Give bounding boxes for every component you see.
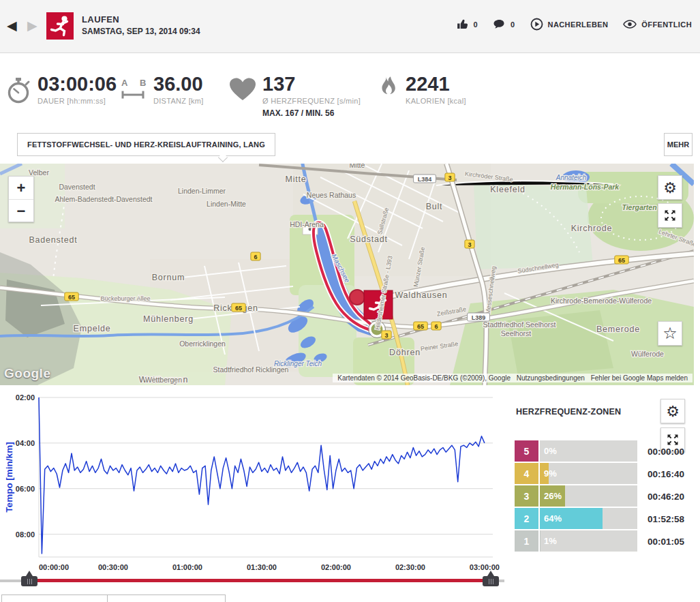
zone-percent-label: 1% — [544, 536, 557, 546]
activity-header: ◀ ▶ LAUFEN SAMSTAG, SEP 13, 2014 09:34 — [0, 0, 700, 53]
map-canvas[interactable]: VelberDavenstedtAhlem-Badenstedt-Davenst… — [0, 164, 694, 385]
activity-datetime: SAMSTAG, SEP 13, 2014 09:34 — [82, 27, 200, 36]
road-badge-label: 6 — [434, 323, 438, 330]
comments-button[interactable]: 0 — [493, 18, 515, 30]
road-badge-label: 65 — [618, 257, 625, 264]
map-settings-button[interactable]: ⚙ — [658, 175, 682, 200]
bottom-tab-2[interactable] — [107, 595, 226, 602]
gear-icon: ⚙ — [663, 179, 677, 196]
thumbs-up-icon — [456, 18, 469, 31]
map-label: Annateich — [556, 174, 587, 181]
map-label: Linden-Mitte — [207, 200, 246, 208]
chart-y-tick-label: 04:00 — [16, 439, 35, 447]
map-label: Linden-Limmer — [178, 187, 226, 195]
chart-y-tick-label: 06:00 — [16, 485, 35, 493]
zone-number: 2 — [515, 508, 538, 529]
zone-time: 00:46:20 — [648, 485, 684, 508]
next-activity-button[interactable]: ▶ — [27, 18, 37, 34]
map-label: Mitte — [350, 164, 365, 169]
map-label: Oberricklingen — [179, 340, 226, 348]
road-badge-label: 65 — [417, 323, 424, 330]
map-label: Neues Rathaus — [307, 191, 356, 199]
zones-settings-button[interactable]: ⚙ — [660, 399, 685, 423]
running-sport-icon — [46, 12, 74, 40]
zone-bar-track: 0% — [538, 440, 637, 462]
zone-bar-track: 64% — [538, 508, 637, 529]
header-actions: 0 0 NACHERLEBEN ÖFFENTLIC — [456, 18, 692, 31]
pace-chart[interactable]: Tempo [min/km] 02:0004:0006:0008:0000:00… — [0, 385, 508, 573]
zone-time: 00:00:00 — [648, 440, 684, 463]
road-badge-label: 65 — [68, 294, 75, 301]
zone-bar — [540, 530, 541, 552]
road-badge-label: 3 — [448, 175, 451, 181]
zone-bar-track: 9% — [538, 463, 637, 484]
map-label: Hermann-Löns-Park — [551, 183, 620, 191]
heartrate-value: 137 — [262, 74, 361, 94]
zone-rows: 50%49%326%264%11% — [515, 440, 637, 553]
map-favorite-button[interactable]: ☆ — [658, 321, 682, 346]
road-badge-label: 3 — [384, 332, 388, 339]
play-icon — [530, 18, 543, 31]
relive-label: NACHERLEBEN — [548, 20, 609, 29]
zone-row-5: 50% — [515, 440, 637, 462]
stat-distance: A B 36.00 DISTANZ [km] — [153, 74, 204, 105]
map-label: Wettbergen — [145, 376, 182, 384]
zone-times: 00:00:0000:16:4000:46:2001:52:5800:01:05 — [648, 440, 684, 553]
map-label: Badenstedt — [29, 235, 77, 245]
chart-y-tick-label: 08:00 — [16, 530, 35, 539]
stats-row: 03:00:06 DAUER [hh:mm:ss] A B 36.00 DIST… — [0, 53, 700, 130]
zone-row-1: 11% — [515, 530, 637, 552]
svg-text:B: B — [140, 78, 146, 88]
activity-page: ◀ ▶ LAUFEN SAMSTAG, SEP 13, 2014 09:34 — [0, 0, 700, 602]
activity-titles: LAUFEN SAMSTAG, SEP 13, 2014 09:34 — [82, 14, 200, 36]
map-zoom-out-button[interactable]: − — [9, 200, 33, 222]
map-label: Ahlem-Badenstedt-Davenstedt — [55, 195, 153, 203]
visibility-button[interactable]: ÖFFENTLICH — [623, 19, 692, 29]
road-badge-label: 3 — [468, 241, 471, 248]
visibility-label: ÖFFENTLICH — [641, 20, 692, 29]
map-label: Bult — [426, 202, 443, 211]
route-map[interactable]: VelberDavenstedtAhlem-Badenstedt-Davenst… — [0, 164, 694, 385]
gear-icon: ⚙ — [666, 403, 680, 420]
calories-label: KALORIEN [kcal] — [406, 97, 466, 105]
zone-percent-label: 26% — [544, 491, 562, 501]
heartrate-label: Ø HERZFREQUENZ [s/min] — [262, 97, 361, 105]
bottom-tab-1[interactable] — [1, 595, 108, 602]
chart-x-tick-label: 00:30:00 — [98, 563, 128, 571]
road-badge-label: L389 — [472, 314, 486, 321]
calories-value: 2241 — [406, 74, 466, 94]
map-fullscreen-button[interactable] — [658, 203, 682, 228]
likes-count: 0 — [474, 20, 478, 29]
heart-rate-zones-panel: HERZFREQUENZ-ZONEN ⚙ 50%49%326%264%11% 0… — [508, 385, 700, 592]
chart-x-tick-label: 01:30:00 — [247, 563, 277, 571]
duration-value: 03:00:06 — [37, 74, 117, 94]
scrubber-left-handle[interactable] — [21, 570, 39, 588]
google-logo[interactable]: Google — [4, 366, 50, 381]
position-marker[interactable] — [350, 290, 365, 305]
zone-number: 3 — [515, 485, 538, 507]
pace-line-series — [39, 397, 485, 554]
relive-button[interactable]: NACHERLEBEN — [530, 18, 609, 31]
map-attribution: Kartendaten © 2014 GeoBasis-DE/BKG (©200… — [333, 374, 693, 382]
map-zoom-in-button[interactable]: + — [9, 177, 33, 200]
map-label: Bemerode — [596, 325, 640, 334]
pace-chart-section: Tempo [min/km] 02:0004:0006:0008:0000:00… — [0, 385, 508, 592]
chart-scrubber-selected-range[interactable] — [37, 579, 485, 582]
previous-activity-button[interactable]: ◀ — [7, 18, 17, 34]
likes-button[interactable]: 0 — [456, 18, 478, 31]
zone-row-3: 326% — [515, 485, 637, 507]
map-label: Wülferode — [631, 350, 664, 358]
more-button[interactable]: MEHR — [664, 133, 693, 156]
zone-row-4: 49% — [515, 463, 637, 484]
distance-value: 36.00 — [153, 74, 204, 94]
map-report-link[interactable]: Fehler bei Google Maps melden — [591, 374, 688, 382]
stat-heartrate: 137 Ø HERZFREQUENZ [s/min] MAX. 167 / MI… — [262, 74, 361, 118]
map-label: Kleefeld — [490, 185, 526, 194]
map-terms-link[interactable]: Nutzungsbedingungen — [517, 374, 585, 382]
scrubber-right-handle[interactable] — [483, 570, 500, 588]
flame-icon — [373, 75, 400, 104]
map-label: Stadtfriedhof Seelhorst — [483, 320, 556, 329]
distance-a-b-icon: A B — [119, 78, 149, 101]
star-icon: ☆ — [663, 327, 678, 340]
chart-y-tick-label: 02:00 — [16, 393, 35, 402]
